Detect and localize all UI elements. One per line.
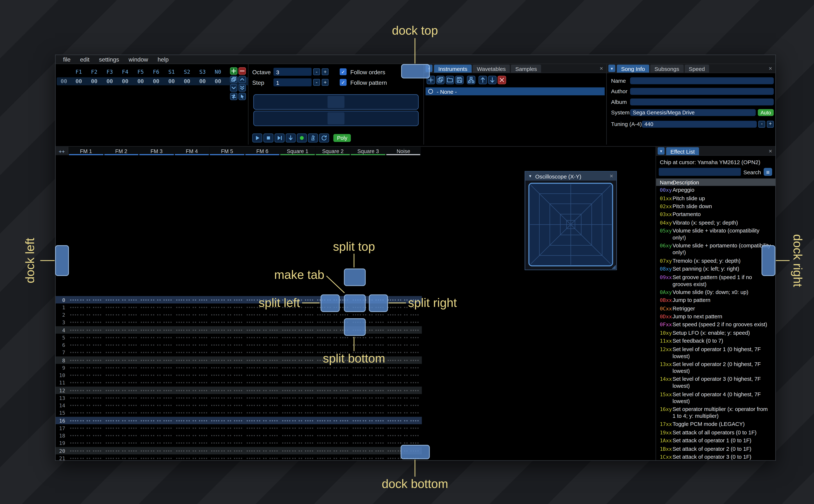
pattern-cell[interactable] <box>174 405 209 406</box>
pattern-cell[interactable] <box>386 420 421 421</box>
pattern-cell[interactable] <box>245 405 280 406</box>
pattern-cell[interactable] <box>104 299 139 301</box>
effect-search-input[interactable] <box>659 168 741 176</box>
pattern-cell[interactable] <box>280 397 315 399</box>
tab-effect-list[interactable]: Effect List <box>666 147 699 155</box>
order-down-button[interactable] <box>230 84 237 92</box>
effect-row[interactable]: 19xxSet attack of all operators (0 to 1F… <box>656 428 775 436</box>
pattern-cell[interactable] <box>209 405 245 406</box>
dock-bottom-target[interactable] <box>401 445 430 459</box>
pattern-cell[interactable] <box>350 450 385 452</box>
pattern-cell[interactable] <box>104 427 139 429</box>
effect-row[interactable]: 08xySet panning (x: left; y: right) <box>656 265 775 273</box>
pattern-cell[interactable] <box>68 337 104 338</box>
effect-row[interactable]: 04xyVibrato (x: speed; y: depth) <box>656 218 775 227</box>
pattern-cell[interactable] <box>68 458 104 459</box>
pattern-cell[interactable] <box>315 390 350 391</box>
pattern-row[interactable]: 3 <box>56 319 422 326</box>
pattern-cell[interactable] <box>174 382 209 384</box>
effect-row[interactable]: 00xyArpeggio <box>656 186 775 194</box>
split-left-target[interactable] <box>320 295 340 312</box>
pattern-cell[interactable] <box>209 314 245 316</box>
pattern-row[interactable]: 5 <box>56 334 422 341</box>
resize-grip[interactable] <box>612 265 616 269</box>
pattern-cell[interactable] <box>315 337 350 338</box>
menu-item-edit[interactable]: edit <box>75 56 94 63</box>
effect-row[interactable]: 07xyTremolo (x: speed; y: depth) <box>656 257 775 265</box>
pattern-cell[interactable] <box>209 427 245 429</box>
pattern-cell[interactable] <box>104 322 139 323</box>
tuning-plus-button[interactable]: + <box>767 120 774 127</box>
pattern-cell[interactable] <box>139 450 174 452</box>
pattern-row[interactable]: 10 <box>56 372 422 379</box>
pattern-cell[interactable] <box>350 427 385 429</box>
pattern-cell[interactable] <box>315 382 350 384</box>
pattern-cell[interactable] <box>68 405 104 406</box>
piano-lower-row[interactable] <box>253 111 419 126</box>
pattern-cell[interactable] <box>280 344 315 346</box>
effect-row[interactable]: 0FxxSet speed (speed 2 if no grooves exi… <box>656 321 775 329</box>
pattern-cell[interactable] <box>139 442 174 444</box>
pattern-cell[interactable] <box>280 329 315 331</box>
pattern-cell[interactable] <box>68 352 104 353</box>
order-pattern-cell[interactable]: 00 <box>117 78 133 84</box>
pattern-cell[interactable] <box>386 329 421 331</box>
edit-record-button[interactable] <box>297 134 307 143</box>
pattern-cell[interactable] <box>104 352 139 353</box>
order-pattern-cell[interactable]: 00 <box>133 78 148 84</box>
order-exchange-button[interactable] <box>230 93 237 100</box>
order-pattern-cell[interactable]: 00 <box>148 78 164 84</box>
order-pattern-cell[interactable]: 00 <box>71 78 86 84</box>
pattern-cell[interactable] <box>280 375 315 376</box>
pattern-cell[interactable] <box>104 337 139 338</box>
pattern-cell[interactable] <box>386 397 421 399</box>
order-cursor-mode-button[interactable] <box>238 93 246 100</box>
pattern-cell[interactable] <box>315 435 350 437</box>
pattern-row[interactable]: 4 <box>56 326 422 334</box>
pattern-cell[interactable] <box>174 450 209 452</box>
pattern-cell[interactable] <box>386 322 421 323</box>
close-icon[interactable]: × <box>769 65 772 72</box>
pattern-cell[interactable] <box>68 390 104 391</box>
pattern-cell[interactable] <box>209 367 245 369</box>
open-instrument-button[interactable] <box>446 76 454 84</box>
order-deep-clone-button[interactable] <box>238 84 246 92</box>
pattern-cell[interactable] <box>68 367 104 369</box>
pattern-cell[interactable] <box>139 397 174 399</box>
pattern-cell[interactable] <box>174 442 209 444</box>
pattern-cell[interactable] <box>245 329 280 331</box>
effect-row[interactable]: 02xxPitch slide down <box>656 202 775 210</box>
effect-row[interactable]: 0AxyVolume slide (0y: down; x0: up) <box>656 288 775 296</box>
pattern-cell[interactable] <box>104 435 139 437</box>
channel-header[interactable]: FM 1 <box>68 147 104 155</box>
pattern-row[interactable]: 16 <box>56 417 422 424</box>
pattern-cell[interactable] <box>315 442 350 444</box>
pattern-cell[interactable] <box>68 442 104 444</box>
pattern-cell[interactable] <box>209 382 245 384</box>
pattern-cell[interactable] <box>245 337 280 338</box>
field-input-album[interactable] <box>630 98 774 105</box>
pattern-cell[interactable] <box>174 427 209 429</box>
menu-item-window[interactable]: window <box>124 56 153 63</box>
pattern-cell[interactable] <box>104 442 139 444</box>
effect-row[interactable]: 01xxPitch slide up <box>656 194 775 202</box>
effect-row[interactable]: 14xxSet level of operator 3 (0 highest, … <box>656 375 775 390</box>
pattern-cell[interactable] <box>315 458 350 459</box>
expand-channels-button[interactable]: ++ <box>56 147 68 155</box>
input-pad-preview[interactable] <box>253 94 419 128</box>
pattern-cell[interactable] <box>350 412 385 414</box>
pattern-cell[interactable] <box>209 450 245 452</box>
pattern-cell[interactable] <box>245 359 280 361</box>
effect-row[interactable]: 15xxSet level of operator 4 (0 highest, … <box>656 390 775 405</box>
octave-plus-button[interactable]: + <box>322 68 328 75</box>
pattern-cell[interactable] <box>315 344 350 346</box>
pattern-cell[interactable] <box>174 458 209 459</box>
channel-header[interactable]: FM 3 <box>139 147 174 155</box>
pattern-cell[interactable] <box>174 367 209 369</box>
pattern-cell[interactable] <box>139 375 174 376</box>
pattern-cell[interactable] <box>68 382 104 384</box>
pattern-cell[interactable] <box>139 329 174 331</box>
pattern-cell[interactable] <box>139 458 174 459</box>
menu-icon[interactable]: ≡ <box>764 168 772 176</box>
pattern-cell[interactable] <box>386 427 421 429</box>
